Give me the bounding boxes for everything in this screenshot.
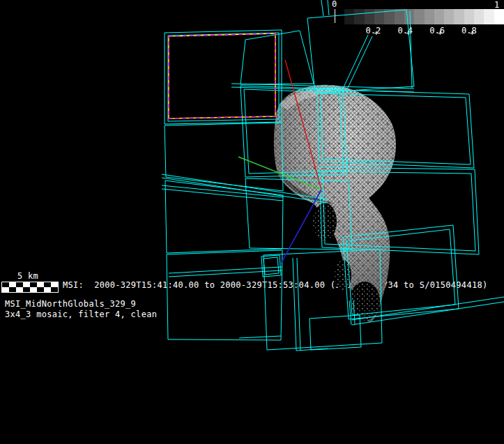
- scalebar-cell: [37, 282, 44, 287]
- colorbar-step: [365, 9, 374, 24]
- colorbar-step: [464, 9, 474, 24]
- sequence-description: 3x4_3 mosaic, filter 4, clean: [5, 310, 157, 319]
- msi-footprint-viewer-window: 0 1 0.2+0.4+0.6+0.8+ 5 km MSI: 2000-329T…: [0, 0, 504, 444]
- colorbar-step: [484, 9, 494, 24]
- scalebar-cell: [16, 282, 23, 287]
- colorbar-step: [384, 9, 394, 24]
- colorbar-step: [354, 9, 364, 24]
- colorbar-tick-mark: +: [438, 29, 443, 38]
- scalebar-cell: [9, 287, 16, 292]
- colorbar-step: [474, 9, 484, 24]
- colorbar-max-label: 1: [494, 1, 500, 10]
- scalebar-cell: [9, 282, 16, 287]
- scalebar-cell: [44, 287, 51, 292]
- scalebar-cell: [2, 287, 9, 292]
- scalebar-cell: [23, 287, 30, 292]
- mosaic-footprint-overlay: [0, 0, 504, 444]
- colorbar-step: [414, 9, 424, 24]
- scalebar-cell: [16, 287, 23, 292]
- colorbar-step: [395, 9, 404, 24]
- scalebar-cell: [44, 282, 51, 287]
- sequence-name: MSI_MidNorthGlobals_329_9: [5, 300, 136, 309]
- colorbar-step: [454, 9, 464, 24]
- render-canvas[interactable]: 0 1 0.2+0.4+0.6+0.8+ 5 km MSI: 2000-329T…: [0, 0, 504, 444]
- sequence-time-range: MSI: 2000-329T15:41:40.00 to 2000-329T15…: [63, 281, 488, 290]
- scalebar-cell: [51, 282, 58, 287]
- scalebar-cell: [37, 287, 44, 292]
- scalebar-cell: [23, 282, 30, 287]
- scalebar-cell: [2, 282, 9, 287]
- body-fixed-axes: [238, 60, 321, 263]
- colorbar-tick-mark: +: [374, 29, 379, 38]
- colorbar-zero-tick: [335, 9, 335, 23]
- scalebar-label: 5 km: [17, 272, 38, 281]
- colorbar-step: [344, 9, 354, 24]
- scalebar-cell: [30, 282, 37, 287]
- scalebar-cell: [51, 287, 58, 292]
- colorbar-tick-mark: +: [406, 29, 411, 38]
- colorbar-tick-mark: +: [470, 29, 475, 38]
- colorbar-step: [494, 9, 504, 24]
- scalebar-checker: [1, 282, 59, 293]
- colorbar-step: [425, 9, 434, 24]
- image-footprints: [162, 0, 504, 351]
- colorbar-step: [374, 9, 384, 24]
- colorbar-step: [404, 9, 414, 24]
- colorbar-min-label: 0: [332, 0, 337, 9]
- scalebar-cell: [30, 287, 37, 292]
- colorbar-step: [444, 9, 454, 24]
- selected-footprint-dashed: [169, 33, 275, 118]
- colorbar-step: [434, 9, 444, 24]
- colorbar: 0 1 0.2+0.4+0.6+0.8+: [0, 0, 504, 42]
- colorbar-gradient: [344, 9, 504, 24]
